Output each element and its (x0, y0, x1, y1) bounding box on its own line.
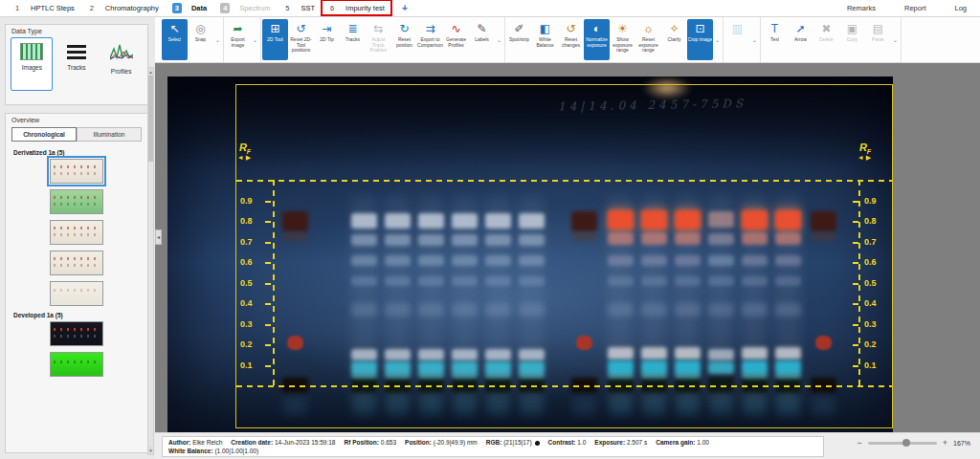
topbar-item-log[interactable]: Log (954, 4, 967, 12)
rf-tick-mark (265, 221, 271, 223)
toolbar-group-dropdown-icon[interactable]: ⌄ (750, 19, 759, 60)
zoom-slider-handle[interactable] (902, 439, 910, 447)
white-balance-button[interactable]: ◧White Balance (532, 19, 558, 60)
tlc-plate-image[interactable]: 14|14.04 2457-75DS 0.90.90.80.80.70.70.6… (167, 76, 893, 432)
status-value: 1.00 (697, 439, 709, 446)
sidebar-scrollbar[interactable]: ▴ ▾ (147, 67, 154, 455)
tracks-tool-button[interactable]: ≣Tracks (340, 19, 366, 60)
reset-2d-tool-button[interactable]: ↺Reset 2D-Tool positions (288, 19, 314, 60)
tab-hptlc-steps[interactable]: 1HPTLC Steps (13, 0, 75, 16)
sidebar: Data Type ImagesTracksProfiles Overview … (0, 17, 155, 459)
paste-icon: ▤ (873, 22, 883, 35)
snap-hand-button[interactable]: ◎Snap (188, 19, 213, 60)
rf-tick-mark (265, 283, 271, 285)
tab-label: HPTLC Steps (31, 4, 75, 12)
2d-tool-button[interactable]: ⊞2D Tool (262, 19, 288, 60)
delete-button[interactable]: ✖Delete (813, 19, 839, 60)
toolbar-group-dropdown-icon[interactable]: ⌄ (713, 19, 722, 60)
toolbar-button-label: Text (770, 37, 779, 43)
paste-button[interactable]: ▤Paste (865, 19, 891, 60)
data-type-panel: Data Type ImagesTracksProfiles (5, 24, 148, 105)
show-exposure-range-button[interactable]: ☀Show exposure range (610, 19, 635, 60)
plate-view-button[interactable]: ▥ (724, 19, 750, 60)
toolbar-button-label: Delete (819, 37, 833, 43)
rf-marker-arrows-icon[interactable]: ◄▶ (231, 154, 259, 162)
tab-data[interactable]: 3Data (172, 0, 207, 16)
reset-exposure-range-button[interactable]: ☼Reset exposure range (635, 19, 661, 60)
view-tab-chronological[interactable]: Chronological (11, 127, 77, 142)
labels-button[interactable]: ✎Labels (469, 19, 495, 60)
plate-thumbnail[interactable] (50, 251, 103, 275)
normalize-exposure-button[interactable]: ◐Normalize exposure (584, 19, 610, 60)
rf-tick-mark (265, 324, 271, 326)
plate-thumbnail[interactable] (50, 321, 103, 346)
adjust-track-position-button[interactable]: ⇆Adjust Track Position (366, 19, 391, 60)
toolbar-group: ⊞2D Tool↺Reset 2D-Tool positions⇥2D Tip≣… (261, 17, 505, 62)
crop-rectangle[interactable] (235, 84, 893, 428)
tab-impurity-test[interactable]: 6Impurity test (328, 0, 385, 16)
labels-icon: ✎ (477, 22, 486, 35)
toolbar-group-dropdown-icon[interactable]: ⌄ (495, 19, 503, 60)
reset-position-button[interactable]: ↻Reset position (391, 19, 417, 60)
plate-thumbnail[interactable] (50, 159, 103, 184)
right-crop-dashed-line (858, 180, 860, 387)
tab-sst[interactable]: 5SST (283, 0, 315, 16)
plate-thumbnail[interactable] (50, 220, 103, 245)
2d-tip-button[interactable]: ⇥2D Tip (314, 19, 340, 60)
text-annotation-button[interactable]: TText (762, 19, 788, 60)
generate-profiles-button[interactable]: ∿Generate Profiles (443, 19, 469, 60)
status-contrast: Contrast: 1.0 (548, 439, 587, 448)
clarify-button[interactable]: ✧Clarify (661, 19, 687, 60)
select-cursor-button[interactable]: ↖Select (162, 19, 188, 60)
status-value: 14-Jun-2023 15:59:18 (275, 439, 336, 446)
data-type-option-tracks[interactable]: Tracks (56, 37, 98, 91)
toolbar-group-dropdown-icon[interactable]: ⌄ (213, 19, 222, 60)
reset-changes-button[interactable]: ↺Reset changes (558, 19, 584, 60)
toolbar-group-dropdown-icon[interactable]: ⌄ (891, 19, 900, 60)
rf-tick-mark (265, 201, 271, 203)
tab-chromatography[interactable]: 2Chromatography (88, 0, 159, 16)
toolbar-group-dropdown-icon[interactable]: ⌄ (251, 19, 259, 60)
rf-marker-arrows-icon[interactable]: ◄▶ (851, 154, 880, 162)
plate-thumbnail[interactable] (50, 352, 103, 377)
rf-axis-header: RF◄▶ (231, 142, 259, 162)
status-value: (-20.9|49.9) mm (434, 439, 478, 446)
2d-tool-icon: ⊞ (270, 22, 279, 35)
reset-position-icon: ↻ (399, 22, 409, 35)
sidebar-collapse-arrow[interactable]: ◄ (155, 230, 162, 245)
tab-add[interactable]: + (398, 0, 408, 16)
plate-thumbnail[interactable] (50, 189, 103, 214)
toolbar-group: ↖Select◎Snap⌄ (161, 17, 224, 62)
data-type-option-profiles[interactable]: Profiles (100, 37, 143, 91)
crop-image-button[interactable]: ⊡Crop image (687, 19, 713, 60)
copy-button[interactable]: ▣Copy (839, 19, 865, 60)
plate-thumbnail[interactable] (50, 281, 103, 306)
rf-tick-mark (265, 303, 271, 305)
view-tab-illumination[interactable]: Illumination (77, 127, 142, 142)
toolbar-group: ➦Export image⌄ (224, 17, 261, 62)
spot-strip-button[interactable]: ✐Spot/strip (506, 19, 532, 60)
zoom-slider[interactable] (868, 442, 937, 445)
export-image-icon: ➦ (233, 22, 242, 35)
arrow-annotation-button[interactable]: ➚Arrow (788, 19, 813, 60)
status-label: Position: (405, 439, 434, 446)
rf-scale-label: 0.8 (864, 216, 885, 226)
export-to-comparison-button[interactable]: ⇉Export to Comparison (417, 19, 443, 60)
scrollbar-thumb[interactable] (148, 76, 153, 162)
topbar-item-report[interactable]: Report (904, 4, 926, 12)
status-label: Contrast: (548, 439, 578, 446)
zoom-level[interactable]: 167% (953, 440, 972, 447)
zoom-out-button[interactable]: − (857, 439, 861, 448)
export-image-button[interactable]: ➦Export image (225, 19, 251, 60)
spot-strip-icon: ✐ (514, 22, 523, 35)
rf-scale-label: 0.9 (864, 196, 885, 206)
topbar-item-remarks[interactable]: Remarks (847, 4, 876, 12)
data-type-option-images[interactable]: Images (11, 37, 53, 91)
normalize-exposure-icon: ◐ (593, 22, 600, 35)
export-to-comparison-icon: ⇉ (425, 22, 434, 35)
zoom-in-button[interactable]: + (943, 439, 947, 448)
scroll-up-icon[interactable]: ▴ (148, 68, 153, 76)
tab-spectrum[interactable]: 4Spectrum (220, 0, 270, 16)
scroll-down-icon[interactable]: ▾ (148, 447, 153, 454)
application-position-dashed-line (236, 385, 892, 387)
